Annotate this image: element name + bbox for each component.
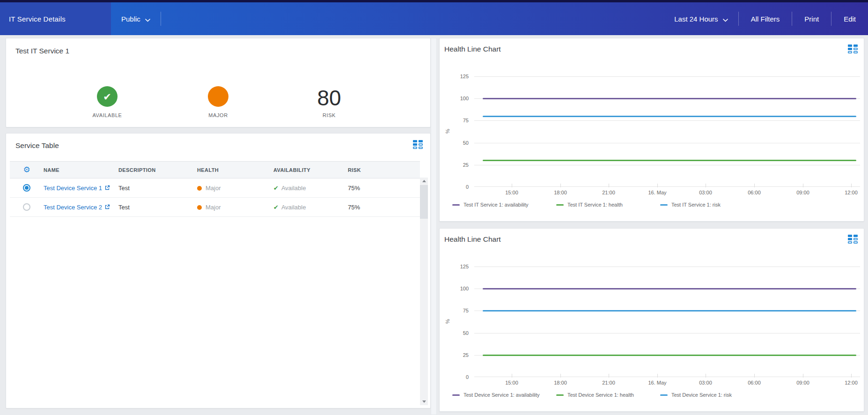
x-tick-label: 16. May xyxy=(648,190,666,195)
legend-item[interactable]: Test IT Service 1: health xyxy=(556,202,660,208)
series-line xyxy=(483,98,856,99)
x-tick-mark xyxy=(851,184,852,187)
page-title: IT Service Details xyxy=(0,2,111,35)
series-line xyxy=(483,355,856,356)
legend-dash-icon xyxy=(452,394,460,396)
triangle-down-icon xyxy=(422,400,426,403)
chart-plot-area xyxy=(474,76,860,187)
health-status-dot xyxy=(197,205,202,210)
x-tick-mark xyxy=(560,374,561,378)
legend-label: Test IT Service 1: health xyxy=(567,202,623,208)
layout-grid-icon[interactable] xyxy=(413,140,423,149)
legend-label: Test Device Service 1: availability xyxy=(463,392,540,398)
chart-legend: Test IT Service 1: availabilityTest IT S… xyxy=(452,202,860,208)
row-select-radio[interactable] xyxy=(23,184,30,192)
health-text: Major xyxy=(206,185,221,192)
chart-legend: Test Device Service 1: availabilityTest … xyxy=(452,392,860,398)
column-header-risk: RISK xyxy=(348,167,420,173)
triangle-up-icon xyxy=(422,180,426,182)
x-tick-label: 16. May xyxy=(648,380,666,385)
scrollbar-thumb[interactable] xyxy=(420,185,428,219)
x-tick-mark xyxy=(609,374,609,378)
legend-item[interactable]: Test IT Service 1: availability xyxy=(452,202,556,208)
all-filters-label: All Filters xyxy=(751,15,780,23)
legend-item[interactable]: Test Device Service 1: risk xyxy=(660,392,764,398)
health-cell: Major xyxy=(197,204,273,211)
x-tick-mark xyxy=(706,184,706,187)
legend-dash-icon xyxy=(660,394,668,396)
time-range-label: Last 24 Hours xyxy=(674,15,718,23)
nav-actions: Last 24 Hours All Filters Print Edit xyxy=(664,2,868,35)
legend-label: Test Device Service 1: risk xyxy=(671,392,732,398)
name-cell: Test Device Service 1 xyxy=(44,185,118,192)
x-tick-label: 09:00 xyxy=(796,380,809,385)
risk-cell: 75% xyxy=(348,185,420,192)
gridline xyxy=(474,165,860,165)
description-cell: Test xyxy=(118,204,197,211)
risk-stat-label: RISK xyxy=(323,112,336,118)
x-tick-mark xyxy=(706,374,706,378)
legend-item[interactable]: Test IT Service 1: risk xyxy=(660,202,764,208)
x-tick-mark xyxy=(851,374,852,378)
layout-grid-icon[interactable] xyxy=(848,44,858,53)
name-cell: Test Device Service 2 xyxy=(44,204,118,211)
x-tick-label: 03:00 xyxy=(699,380,712,385)
service-status-row: ✔ AVAILABLE MAJOR 80 RISK xyxy=(6,63,430,118)
time-range-dropdown[interactable]: Last 24 Hours xyxy=(664,2,738,35)
service-link[interactable]: Test Device Service 2 xyxy=(44,204,110,211)
availability-text: Available xyxy=(281,185,306,192)
x-tick-mark xyxy=(512,184,512,187)
column-header-name: NAME xyxy=(44,167,118,173)
x-tick-label: 15:00 xyxy=(505,380,518,385)
edit-button[interactable]: Edit xyxy=(831,2,868,35)
right-panel: Health Line Chart % 0255075100125 15:001… xyxy=(439,38,864,415)
x-axis: 15:0018:0021:0016. May03:0006:0009:0012:… xyxy=(474,380,860,386)
x-tick-mark xyxy=(657,374,658,378)
gridline xyxy=(474,143,860,143)
service-link-text: Test Device Service 1 xyxy=(44,185,102,192)
print-button[interactable]: Print xyxy=(792,2,831,35)
service-table-title: Service Table xyxy=(15,141,59,150)
x-tick-mark xyxy=(657,184,658,187)
print-label: Print xyxy=(804,15,819,23)
y-tick-label: 25 xyxy=(440,162,469,168)
legend-item[interactable]: Test Device Service 1: availability xyxy=(452,392,556,398)
y-tick-label: 50 xyxy=(440,330,469,336)
x-tick-label: 09:00 xyxy=(796,190,809,195)
x-tick-mark xyxy=(560,184,561,187)
scroll-down-button[interactable] xyxy=(420,398,428,405)
legend-dash-icon xyxy=(660,204,668,206)
table-row: Test Device Service 2 Test Major ✔Availa… xyxy=(10,198,420,217)
panel-scrollbar[interactable] xyxy=(431,38,437,415)
legend-dash-icon xyxy=(556,204,564,206)
y-tick-label: 50 xyxy=(440,140,469,146)
service-table-card: Service Table ⚙ NAME DESCRIPTION HEALTH … xyxy=(6,133,431,408)
y-tick-label: 125 xyxy=(440,73,469,80)
row-select-radio[interactable] xyxy=(23,203,30,211)
table-scrollbar[interactable] xyxy=(420,178,428,405)
gridline xyxy=(474,120,860,121)
view-selector-dropdown[interactable]: Public xyxy=(111,2,161,35)
service-table: ⚙ NAME DESCRIPTION HEALTH AVAILABILITY R… xyxy=(10,161,420,217)
chevron-down-icon xyxy=(723,15,728,23)
table-header-row: ⚙ NAME DESCRIPTION HEALTH AVAILABILITY R… xyxy=(10,161,420,178)
health-cell: Major xyxy=(197,185,273,192)
layout-grid-icon[interactable] xyxy=(848,235,858,244)
all-filters-button[interactable]: All Filters xyxy=(739,2,792,35)
row-select-cell xyxy=(10,184,44,192)
x-tick-label: 18:00 xyxy=(554,380,567,385)
y-tick-label: 0 xyxy=(440,184,469,190)
edit-label: Edit xyxy=(844,15,856,23)
legend-label: Test IT Service 1: availability xyxy=(463,202,529,208)
availability-text: Available xyxy=(281,204,306,211)
column-header-description: DESCRIPTION xyxy=(118,167,197,173)
availability-stat-label: AVAILABLE xyxy=(92,112,122,118)
x-tick-label: 21:00 xyxy=(602,190,615,195)
x-axis: 15:0018:0021:0016. May03:0006:0009:0012:… xyxy=(474,190,860,196)
series-line xyxy=(483,310,856,311)
scroll-up-button[interactable] xyxy=(420,178,428,185)
legend-item[interactable]: Test Device Service 1: health xyxy=(556,392,660,398)
service-link[interactable]: Test Device Service 1 xyxy=(44,185,110,192)
gear-icon[interactable]: ⚙ xyxy=(23,166,30,174)
service-summary-title: Test IT Service 1 xyxy=(15,47,69,55)
